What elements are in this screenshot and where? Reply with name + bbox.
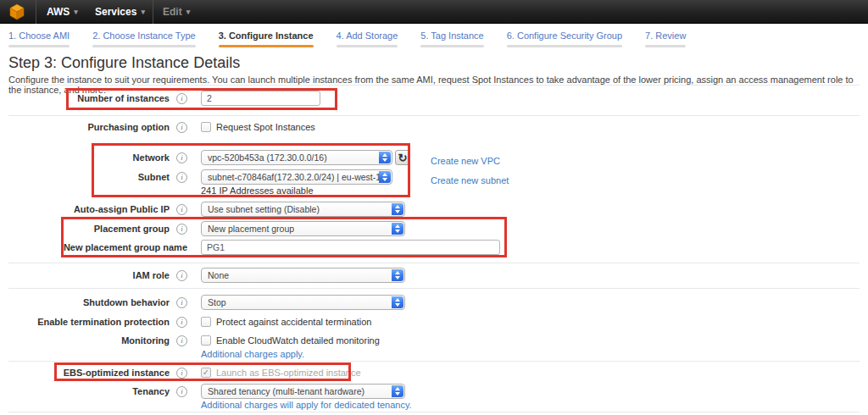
placement-group-select-value: New placement group bbox=[208, 224, 294, 234]
nav-menu-aws[interactable]: AWS ▾ bbox=[47, 0, 78, 24]
row-shutdown-behavior: Shutdown behavior i Stop bbox=[0, 295, 405, 310]
info-icon[interactable]: i bbox=[176, 297, 187, 308]
iam-role-label: IAM role bbox=[0, 270, 170, 280]
chevron-down-icon: ▾ bbox=[74, 8, 78, 16]
new-placement-group-name-input[interactable] bbox=[201, 240, 500, 255]
refresh-icon: ↻ bbox=[398, 152, 408, 164]
placement-group-select[interactable]: New placement group bbox=[201, 221, 405, 236]
auto-assign-public-ip-select-value: Use subnet setting (Disable) bbox=[208, 204, 320, 214]
shutdown-behavior-select[interactable]: Stop bbox=[201, 295, 405, 310]
dedicated-tenancy-charges-link[interactable]: Additional charges will apply for dedica… bbox=[201, 400, 412, 410]
subnet-label: Subnet bbox=[0, 172, 170, 182]
row-purchasing-option: Purchasing option i Request Spot Instanc… bbox=[0, 119, 315, 135]
additional-charges-apply-link[interactable]: Additional charges apply. bbox=[201, 349, 304, 359]
placement-group-label: Placement group bbox=[0, 224, 170, 234]
ebs-optimized-checkbox: ✓ bbox=[201, 368, 211, 378]
iam-role-select-value: None bbox=[208, 270, 229, 280]
ebs-optimized-label: EBS-optimized instance bbox=[0, 368, 170, 378]
request-spot-instances-checkbox[interactable] bbox=[201, 122, 211, 132]
info-icon[interactable]: i bbox=[176, 386, 187, 397]
info-icon[interactable]: i bbox=[176, 317, 187, 328]
number-of-instances-label: Number of instances bbox=[0, 93, 170, 103]
subnet-select[interactable]: subnet-c70846af(172.30.2.0/24) | eu-west… bbox=[201, 169, 392, 185]
tab-add-storage[interactable]: 4. Add Storage bbox=[337, 30, 398, 47]
chevron-down-icon: ▾ bbox=[141, 8, 145, 16]
page-title: Step 3: Configure Instance Details bbox=[8, 54, 240, 72]
tab-choose-instance-type[interactable]: 2. Choose Instance Type bbox=[92, 30, 196, 47]
refresh-vpc-button[interactable]: ↻ bbox=[395, 150, 410, 165]
create-new-subnet-link-wrap: Create new subnet bbox=[431, 172, 509, 187]
network-label: Network bbox=[0, 152, 170, 163]
chevron-down-icon: ▾ bbox=[186, 8, 191, 16]
nav-menu-edit-label: Edit bbox=[163, 6, 182, 18]
termination-protection-checkbox[interactable] bbox=[201, 317, 211, 327]
aws-cube-logo-icon[interactable] bbox=[8, 3, 25, 20]
new-placement-group-name-label: New placement group name bbox=[0, 242, 187, 252]
tab-choose-ami[interactable]: 1. Choose AMI bbox=[8, 30, 70, 47]
info-icon[interactable]: i bbox=[176, 152, 187, 163]
subnet-select-value: subnet-c70846af(172.30.2.0/24) | eu-west… bbox=[208, 172, 386, 182]
network-select-value: vpc-520b453a (172.30.0.0/16) bbox=[208, 152, 327, 163]
divider bbox=[8, 361, 860, 362]
create-new-vpc-link[interactable]: Create new VPC bbox=[431, 156, 500, 166]
info-icon[interactable]: i bbox=[176, 368, 187, 379]
number-of-instances-input[interactable] bbox=[201, 91, 320, 106]
tab-tag-instance[interactable]: 5. Tag Instance bbox=[420, 30, 483, 47]
create-new-subnet-link[interactable]: Create new subnet bbox=[431, 175, 509, 185]
select-arrows-icon bbox=[392, 385, 403, 397]
info-icon[interactable]: i bbox=[176, 93, 187, 104]
select-arrows-icon bbox=[392, 223, 403, 235]
select-arrows-icon bbox=[379, 152, 391, 163]
ebs-optimized-checkbox-label: Launch as EBS-optimized instance bbox=[216, 368, 361, 378]
tab-configure-instance[interactable]: 3. Configure Instance bbox=[219, 30, 314, 47]
row-new-placement-group-name: New placement group name bbox=[0, 240, 500, 255]
tenancy-select-value: Shared tenancy (multi-tenant hardware) bbox=[208, 386, 364, 396]
purchasing-option-label: Purchasing option bbox=[0, 122, 170, 132]
nav-menu-services-label: Services bbox=[95, 6, 136, 18]
tenancy-label: Tenancy bbox=[0, 386, 170, 396]
monitoring-checkbox[interactable] bbox=[201, 335, 211, 346]
request-spot-instances-label: Request Spot Instances bbox=[216, 122, 315, 132]
row-iam-role: IAM role i None bbox=[0, 268, 405, 283]
row-placement-group: Placement group i New placement group bbox=[0, 221, 405, 236]
info-icon[interactable]: i bbox=[176, 270, 187, 281]
info-icon[interactable]: i bbox=[176, 204, 187, 215]
select-arrows-icon bbox=[392, 269, 403, 281]
info-icon[interactable]: i bbox=[176, 224, 187, 235]
monitoring-label: Monitoring bbox=[0, 335, 170, 346]
row-network: Network i vpc-520b453a (172.30.0.0/16) bbox=[0, 150, 392, 165]
subnet-ip-availability-note: 241 IP Addresses available bbox=[201, 185, 314, 196]
row-subnet: Subnet i subnet-c70846af(172.30.2.0/24) … bbox=[0, 169, 392, 185]
nav-menu-edit[interactable]: Edit ▾ bbox=[163, 0, 190, 24]
create-new-vpc-link-wrap: Create new VPC bbox=[431, 152, 500, 168]
row-monitoring: Monitoring i Enable CloudWatch detailed … bbox=[0, 333, 380, 348]
iam-role-select[interactable]: None bbox=[201, 268, 405, 283]
select-arrows-icon bbox=[392, 203, 403, 215]
nav-separator bbox=[153, 0, 153, 24]
aws-console-screen: AWS ▾ Services ▾ Edit ▾ 1. Choose AMI 2.… bbox=[0, 0, 868, 415]
nav-separator bbox=[36, 0, 36, 24]
row-ebs-optimized: EBS-optimized instance i ✓ Launch as EBS… bbox=[0, 365, 361, 380]
tab-configure-security-group[interactable]: 6. Configure Security Group bbox=[507, 30, 622, 47]
info-icon[interactable]: i bbox=[176, 335, 187, 346]
divider bbox=[8, 263, 860, 263]
select-arrows-icon bbox=[379, 171, 391, 183]
auto-assign-public-ip-label: Auto-assign Public IP bbox=[0, 204, 170, 214]
termination-protection-checkbox-label: Protect against accidental termination bbox=[216, 317, 371, 327]
tab-review[interactable]: 7. Review bbox=[645, 30, 686, 47]
auto-assign-public-ip-select[interactable]: Use subnet setting (Disable) bbox=[201, 202, 405, 217]
info-icon[interactable]: i bbox=[176, 122, 187, 133]
info-icon[interactable]: i bbox=[176, 172, 187, 183]
network-select[interactable]: vpc-520b453a (172.30.0.0/16) bbox=[201, 150, 392, 165]
nav-menu-services[interactable]: Services ▾ bbox=[95, 0, 145, 24]
termination-protection-label: Enable termination protection bbox=[0, 317, 170, 327]
top-navbar: AWS ▾ Services ▾ Edit ▾ bbox=[0, 0, 868, 24]
tenancy-charges-link-wrap: Additional charges will apply for dedica… bbox=[201, 396, 412, 412]
divider bbox=[8, 288, 860, 289]
row-number-of-instances: Number of instances i bbox=[0, 91, 320, 106]
divider bbox=[8, 115, 860, 116]
row-termination-protection: Enable termination protection i Protect … bbox=[0, 314, 371, 329]
row-auto-assign-public-ip: Auto-assign Public IP i Use subnet setti… bbox=[0, 202, 405, 217]
monitoring-charges-link-wrap: Additional charges apply. bbox=[201, 346, 304, 361]
checkmark-icon: ✓ bbox=[203, 368, 209, 377]
